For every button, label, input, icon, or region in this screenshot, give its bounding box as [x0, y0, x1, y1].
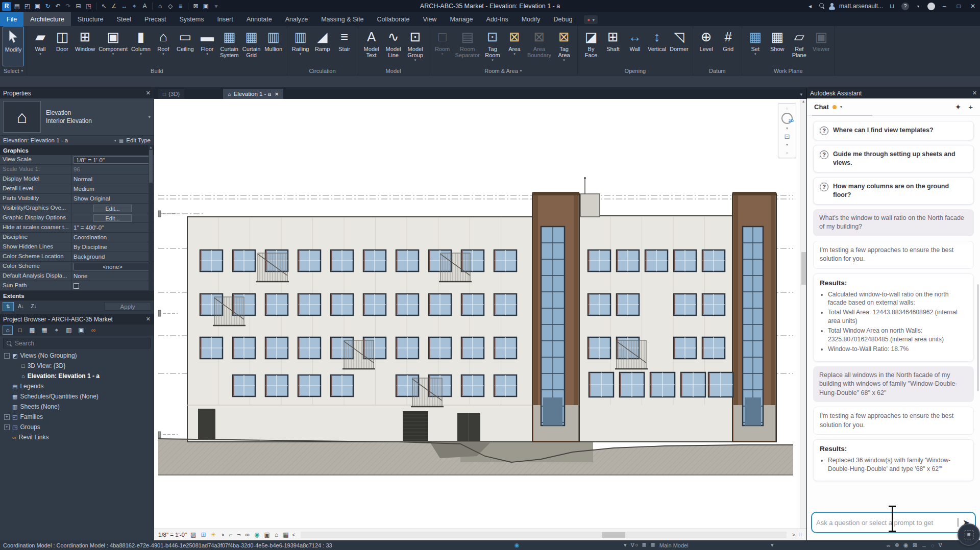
edit-type-button[interactable]: Edit Type	[126, 137, 151, 143]
dropdown-caret-icon[interactable]: ▾	[162, 52, 164, 56]
restore-button[interactable]: □	[953, 3, 964, 10]
model-text-button[interactable]: AModelText	[361, 27, 382, 66]
pin-cursor-icon[interactable]: ◉	[903, 542, 909, 548]
property-value[interactable]: Medium	[71, 184, 154, 193]
steering-wheel-icon[interactable]: 2D	[781, 113, 793, 124]
property-value[interactable]: Background	[71, 252, 154, 261]
level-button[interactable]: ⊕Level	[696, 27, 717, 66]
ramp-button[interactable]: ◢Ramp	[312, 27, 333, 66]
tree-item-schedules-quantities-none-[interactable]: ▦Schedules/Quantities (None)	[0, 391, 154, 402]
apply-button[interactable]: Apply	[104, 302, 151, 311]
move-cursor-icon[interactable]: ↔	[921, 542, 927, 548]
tag-room-button[interactable]: ⊡TagRoom▾	[482, 27, 503, 66]
component-button[interactable]: ▣Component▾	[97, 27, 129, 66]
dropdown-caret-icon[interactable]: ▾	[492, 58, 494, 62]
model-line-button[interactable]: ∿ModelLine	[383, 27, 404, 66]
cart-icon[interactable]: ⊔	[887, 3, 897, 10]
stair-button[interactable]: ≡Stair	[334, 27, 355, 66]
property-value[interactable]: By Discipline	[71, 242, 154, 252]
design-options-caret-icon[interactable]: ▾	[771, 542, 774, 548]
wall-button[interactable]: ▰Wall▾	[30, 27, 51, 66]
sun-settings-icon[interactable]: ☀	[210, 531, 216, 538]
project-home-icon[interactable]: ⌂	[3, 326, 13, 335]
pan-left-icon[interactable]: <	[292, 532, 296, 538]
crop-view-icon[interactable]: ⌐	[229, 531, 233, 538]
horizontal-scrollbar[interactable]	[301, 532, 786, 538]
ribbon-tab-analyze[interactable]: Analyze	[279, 12, 314, 26]
tag-icon[interactable]: ⌖	[130, 2, 139, 11]
property-value[interactable]: <none>	[71, 262, 154, 271]
sort-az-button[interactable]: A↓	[15, 302, 27, 311]
tags-icon[interactable]: ⌖	[52, 326, 62, 335]
sun-path-checkbox[interactable]	[74, 283, 79, 289]
status-sync-icon[interactable]: ◉	[514, 542, 520, 548]
help-icon[interactable]: ?	[901, 3, 909, 10]
selection-filter-icon[interactable]: ∇	[938, 542, 942, 548]
schedules-icon[interactable]: ▦	[39, 326, 50, 335]
tree-item-3d-view-3d-[interactable]: □3D View: {3D}	[0, 361, 154, 371]
shadows-icon[interactable]: ◑	[220, 531, 224, 538]
ribbon-tab-collaborate[interactable]: Collaborate	[371, 12, 416, 26]
tree-item-elevation-elevation-1-a[interactable]: ⌂Elevation: Elevation 1 - a	[0, 371, 154, 381]
set-button[interactable]: ▦Set▾	[745, 27, 766, 66]
roof-button[interactable]: ⌂Roof▾	[153, 27, 174, 66]
background-processes-icon[interactable]: ◌	[931, 542, 935, 548]
edit-button[interactable]: Edit...	[93, 205, 131, 212]
prompt-card[interactable]: ?How many columns are on the ground floo…	[813, 177, 974, 205]
chat-caret-icon[interactable]: ▾	[840, 105, 842, 109]
screencast-button[interactable]: ●▾	[584, 15, 598, 24]
railing-button[interactable]: ▥Railing▾	[290, 27, 311, 66]
redo-icon[interactable]: ↷	[64, 2, 72, 11]
find-icon[interactable]	[819, 3, 824, 10]
project-browser-close-icon[interactable]: ✕	[146, 316, 151, 322]
recent-icon[interactable]: ▤	[13, 2, 21, 11]
worksharing-display-icon[interactable]: ▣	[264, 531, 270, 538]
open-icon[interactable]: ◰	[23, 2, 32, 11]
prompt-card[interactable]: ?Where can I find view templates?	[813, 121, 974, 140]
screen-capture-badge[interactable]: ≣	[958, 523, 980, 546]
customize-menu-icon[interactable]: ▾	[212, 2, 220, 11]
modify-button[interactable]: Modify	[3, 27, 24, 66]
ribbon-tab-systems[interactable]: Systems	[173, 12, 210, 26]
visual-style-icon[interactable]: ⊞	[201, 531, 206, 538]
ribbon-tab-file[interactable]: File	[0, 12, 23, 26]
new-chat-icon[interactable]: +	[968, 103, 973, 112]
area-button[interactable]: ⊠Area▾	[504, 27, 525, 66]
mullion-button[interactable]: ▥Mullion	[263, 27, 284, 66]
tree-item-views-no-grouping-[interactable]: -◩Views (No Grouping)	[0, 351, 154, 361]
ribbon-group-label[interactable]: Room & Area▾	[432, 66, 575, 75]
type-selector-caret-icon[interactable]: ▾	[148, 114, 151, 119]
ribbon-group-label[interactable]: Build	[30, 66, 284, 75]
vertical-scrollbar[interactable]: ▴	[800, 99, 806, 529]
resize-grip-icon[interactable]: ∷	[799, 532, 802, 538]
properties-toggle-button[interactable]: ⇅	[3, 302, 14, 311]
groups-icon[interactable]: ▣	[76, 326, 86, 335]
ribbon-group-label[interactable]: Circulation	[290, 66, 355, 75]
door-button[interactable]: ◫Door	[52, 27, 73, 66]
ribbon-group-label[interactable]: Model	[361, 66, 426, 75]
navbar-gear-icon[interactable]: ○	[786, 105, 789, 112]
reveal-hidden-icon[interactable]: ◉	[254, 531, 259, 538]
chat-tab[interactable]: Chat	[814, 103, 829, 111]
editable-only-filter-icon[interactable]: ∇	[631, 542, 634, 548]
temporary-view-properties-icon[interactable]: ⌂	[275, 531, 278, 538]
text-icon[interactable]: A	[140, 2, 149, 11]
prompt-card[interactable]: ?Guide me through setting up sheets and …	[813, 145, 974, 172]
horizontal-scrollbar-thumb[interactable]	[602, 532, 625, 538]
ribbon-tab-modify[interactable]: Modify	[515, 12, 547, 26]
dropdown-caret-icon[interactable]: ▾	[442, 52, 444, 56]
instance-caret-icon[interactable]: ▾	[114, 138, 116, 143]
grid-button[interactable]: #Grid	[718, 27, 739, 66]
temporary-hide-isolate-icon[interactable]: ∞	[246, 531, 250, 538]
sync-icon[interactable]: ↻	[43, 2, 52, 11]
properties-scrollbar[interactable]: ▲	[149, 145, 153, 291]
property-value[interactable]: 1/8" = 1'-0"	[71, 155, 154, 164]
curtain-grid-button[interactable]: ▦CurtainGrid	[241, 27, 262, 66]
sparkle-icon[interactable]: ✦	[955, 103, 962, 112]
dormer-button[interactable]: ◹Dormer	[668, 27, 690, 66]
property-value[interactable]: Normal	[71, 174, 154, 184]
username[interactable]: matt.arsenault...	[839, 3, 883, 10]
vertical-scrollbar-thumb[interactable]	[801, 252, 806, 285]
dropdown-caret-icon[interactable]: ▾	[513, 52, 516, 56]
assistant-close-icon[interactable]: ✕	[972, 90, 977, 96]
